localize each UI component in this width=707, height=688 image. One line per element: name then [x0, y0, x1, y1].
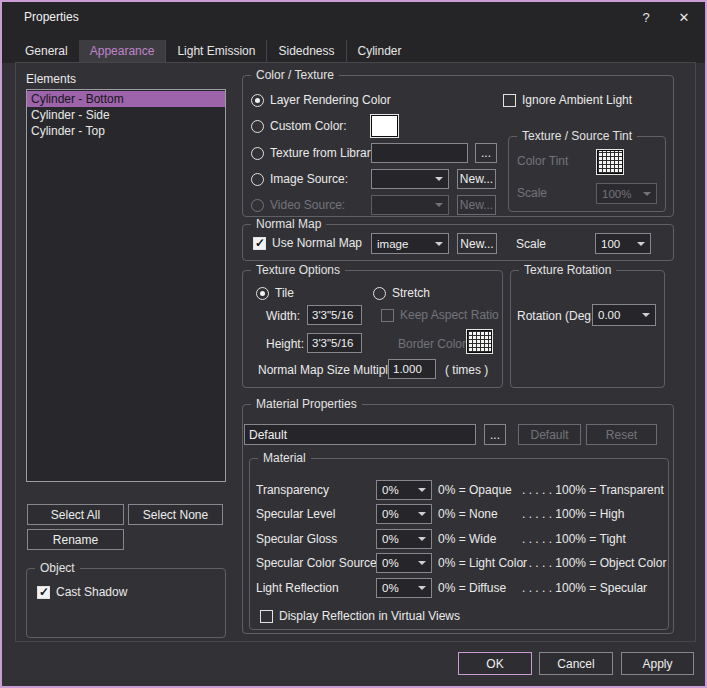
elements-label: Elements	[26, 72, 76, 86]
light-reflection-dropdown[interactable]: 0%	[376, 578, 432, 598]
transparency-max-hint: . . . . . 100% = Transparent	[522, 483, 664, 497]
normal-map-scale-dropdown[interactable]: 100	[595, 233, 651, 254]
specular-level-value: 0%	[382, 508, 399, 520]
material-properties-group: Material Properties Default ... Default …	[242, 404, 674, 634]
cast-shadow-label: Cast Shadow	[56, 585, 127, 599]
normal-map-scale-label: Scale	[516, 237, 546, 251]
material-reset-button: Reset	[586, 424, 657, 445]
specular-color-source-max-hint: . . . . . 100% = Object Color	[522, 556, 666, 570]
chevron-down-icon	[418, 537, 426, 541]
specular-gloss-label: Specular Gloss	[256, 532, 376, 546]
tile-radio[interactable]	[256, 287, 269, 300]
video-source-new-button: New...	[457, 195, 496, 215]
rotation-dropdown[interactable]: 0.00	[592, 304, 656, 326]
light-reflection-value: 0%	[382, 582, 399, 594]
specular-gloss-max-hint: . . . . . 100% = Tight	[522, 532, 626, 546]
chevron-down-icon	[418, 488, 426, 492]
texture-options-group-label: Texture Options	[251, 263, 345, 277]
layer-rendering-color-label: Layer Rendering Color	[270, 93, 391, 107]
chevron-down-icon	[435, 203, 443, 207]
height-input[interactable]: 3'3"5/16	[307, 333, 362, 353]
tab-appearance[interactable]: Appearance	[79, 40, 166, 63]
specular-level-max-hint: . . . . . 100% = High	[522, 507, 624, 521]
light-reflection-min-hint: 0% = Diffuse	[438, 581, 522, 595]
display-reflection-checkbox[interactable]	[260, 610, 273, 623]
tint-scale-label: Scale	[517, 186, 547, 200]
image-source-label: Image Source:	[270, 172, 348, 186]
tab-general[interactable]: General	[14, 40, 79, 63]
normal-map-size-multiplier-label: Normal Map Size Multiplier	[258, 363, 401, 377]
color-texture-group-label: Color / Texture	[251, 68, 339, 82]
use-normal-map-checkbox[interactable]	[253, 237, 266, 250]
tab-cylinder[interactable]: Cylinder	[346, 40, 413, 63]
cast-shadow-checkbox[interactable]	[37, 586, 50, 599]
video-source-radio	[251, 199, 264, 212]
help-icon[interactable]: ?	[637, 8, 655, 26]
select-none-button[interactable]: Select None	[128, 504, 223, 525]
normal-map-new-button[interactable]: New...	[457, 233, 497, 254]
close-icon[interactable]: ✕	[675, 8, 693, 26]
specular-color-source-value: 0%	[382, 557, 399, 569]
tile-label: Tile	[275, 286, 294, 300]
chevron-down-icon	[435, 177, 443, 181]
stretch-radio[interactable]	[373, 287, 386, 300]
tint-scale-dropdown: 100%	[596, 183, 657, 204]
chevron-down-icon	[418, 561, 426, 565]
elements-list: Cylinder - Bottom Cylinder - Side Cylind…	[26, 89, 226, 482]
list-item-cylinder-top[interactable]: Cylinder - Top	[27, 123, 225, 139]
custom-color-radio[interactable]	[251, 120, 264, 133]
material-group: Material Transparency 0% 0% = Opaque . .…	[249, 458, 669, 630]
material-browse-button[interactable]: ...	[484, 424, 506, 445]
texture-library-browse-button[interactable]: ...	[475, 143, 497, 163]
cancel-button[interactable]: Cancel	[539, 652, 613, 675]
window-title: Properties	[24, 10, 79, 24]
image-source-dropdown[interactable]	[371, 169, 449, 189]
list-item-cylinder-side[interactable]: Cylinder - Side	[27, 107, 225, 123]
chevron-down-icon	[435, 242, 443, 246]
texture-library-input[interactable]	[371, 143, 468, 163]
texture-source-tint-group: Texture / Source Tint Color Tint Scale 1…	[508, 136, 666, 212]
normal-map-scale-value: 100	[601, 238, 620, 250]
normal-map-size-multiplier-input[interactable]: 1.000	[388, 359, 436, 379]
image-source-new-button[interactable]: New...	[457, 169, 496, 189]
border-color-swatch	[467, 330, 492, 353]
rename-button[interactable]: Rename	[27, 529, 124, 550]
texture-rotation-group: Texture Rotation Rotation (Deg.) 0.00	[510, 270, 665, 388]
tab-light-emission[interactable]: Light Emission	[165, 40, 266, 63]
material-name-input[interactable]: Default	[244, 424, 476, 445]
border-color-label: Border Color	[398, 337, 466, 351]
custom-color-swatch[interactable]	[371, 115, 398, 137]
list-item-cylinder-bottom[interactable]: Cylinder - Bottom	[27, 91, 225, 107]
tint-scale-value: 100%	[602, 188, 631, 200]
use-normal-map-label: Use Normal Map	[272, 236, 362, 250]
height-label: Height:	[266, 337, 304, 351]
texture-options-group: Texture Options Tile Stretch Width: 3'3"…	[242, 270, 503, 388]
apply-button[interactable]: Apply	[621, 652, 694, 675]
specular-level-dropdown[interactable]: 0%	[376, 504, 432, 524]
select-all-button[interactable]: Select All	[27, 504, 124, 525]
times-label: ( times )	[445, 363, 488, 377]
specular-color-source-dropdown[interactable]: 0%	[376, 553, 432, 573]
layer-rendering-color-radio[interactable]	[251, 94, 264, 107]
normal-map-group: Normal Map Use Normal Map image New... S…	[242, 224, 674, 261]
width-input[interactable]: 3'3"5/16	[307, 305, 362, 325]
ignore-ambient-light-checkbox[interactable]	[503, 94, 516, 107]
color-tint-label: Color Tint	[517, 154, 568, 168]
material-group-label: Material	[258, 451, 311, 465]
ok-button[interactable]: OK	[458, 652, 532, 675]
light-reflection-max-hint: . . . . . 100% = Specular	[522, 581, 647, 595]
specular-gloss-min-hint: 0% = Wide	[438, 532, 522, 546]
light-reflection-label: Light Reflection	[256, 581, 376, 595]
video-source-dropdown	[371, 195, 449, 215]
specular-gloss-dropdown[interactable]: 0%	[376, 529, 432, 549]
normal-map-dropdown[interactable]: image	[371, 233, 449, 254]
image-source-radio[interactable]	[251, 173, 264, 186]
rotation-value: 0.00	[598, 309, 620, 321]
specular-gloss-value: 0%	[382, 533, 399, 545]
texture-from-library-radio[interactable]	[251, 147, 264, 160]
tab-sidedness[interactable]: Sidedness	[266, 40, 345, 63]
chevron-down-icon	[418, 512, 426, 516]
chevron-down-icon	[642, 313, 650, 317]
transparency-dropdown[interactable]: 0%	[376, 480, 432, 500]
rotation-deg-label: Rotation (Deg.)	[517, 309, 598, 323]
